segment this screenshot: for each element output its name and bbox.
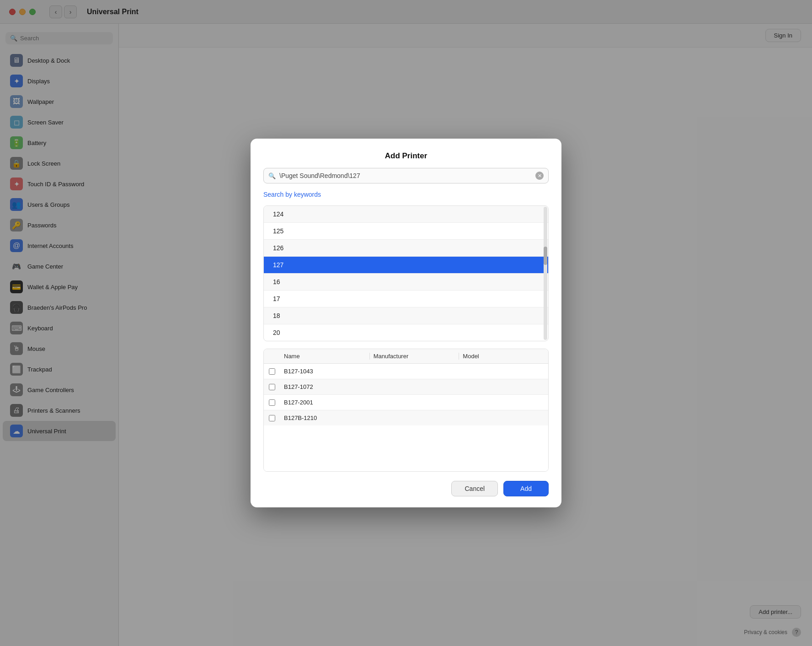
printer-number-list: 12412512612716171820 — [263, 205, 549, 341]
clear-search-icon[interactable]: ✕ — [535, 172, 544, 180]
table-row-checkbox[interactable] — [264, 399, 280, 406]
table-row-name: B127-1072 — [280, 383, 369, 390]
col-manufacturer-header: Manufacturer — [369, 353, 459, 360]
table-header: Name Manufacturer Model — [264, 349, 548, 364]
table-row-checkbox[interactable] — [264, 368, 280, 375]
dialog-title: Add Printer — [263, 151, 549, 161]
printer-list-item[interactable]: 125 — [264, 223, 548, 240]
printer-list-item[interactable]: 18 — [264, 307, 548, 324]
printer-list-item[interactable]: 17 — [264, 291, 548, 307]
printer-list-item[interactable]: 124 — [264, 206, 548, 223]
empty-results-area — [264, 425, 548, 471]
printer-list-items-container: 12412512612716171820 — [264, 206, 548, 341]
scroll-thumb[interactable] — [544, 247, 547, 265]
results-table: Name Manufacturer Model B127-1043B127-10… — [263, 349, 549, 472]
scroll-track — [544, 207, 547, 340]
table-row[interactable]: B127B-1210 — [264, 410, 548, 425]
dialog-search-input[interactable] — [279, 172, 532, 179]
table-row-name: B127B-1210 — [280, 415, 369, 421]
table-row-name: B127-2001 — [280, 399, 369, 406]
table-row[interactable]: B127-1072 — [264, 379, 548, 395]
dialog-footer: Cancel Add — [263, 481, 549, 496]
table-row-checkbox[interactable] — [264, 384, 280, 390]
col-model-header: Model — [459, 353, 548, 360]
table-row-name: B127-1043 — [280, 368, 369, 375]
modal-overlay: Add Printer 🔍 ✕ Search by keywords 12412… — [0, 0, 812, 646]
dialog-search-field[interactable]: 🔍 ✕ — [263, 168, 549, 183]
search-by-keywords-link[interactable]: Search by keywords — [263, 191, 549, 198]
add-printer-dialog: Add Printer 🔍 ✕ Search by keywords 12412… — [251, 139, 561, 507]
dialog-search-icon: 🔍 — [268, 172, 276, 179]
add-button[interactable]: Add — [503, 481, 549, 496]
table-row[interactable]: B127-2001 — [264, 395, 548, 410]
table-rows-container: B127-1043B127-1072B127-2001B127B-1210 — [264, 364, 548, 425]
printer-list-item[interactable]: 20 — [264, 324, 548, 341]
main-window: ‹ › Universal Print 🔍 🖥Desktop & Dock✦Di… — [0, 0, 812, 646]
cancel-button[interactable]: Cancel — [451, 481, 498, 496]
table-row-checkbox[interactable] — [264, 415, 280, 421]
printer-list-item[interactable]: 16 — [264, 274, 548, 291]
col-name-header: Name — [280, 353, 369, 360]
printer-list-item[interactable]: 126 — [264, 240, 548, 257]
table-row[interactable]: B127-1043 — [264, 364, 548, 379]
printer-list-item[interactable]: 127 — [264, 257, 548, 274]
